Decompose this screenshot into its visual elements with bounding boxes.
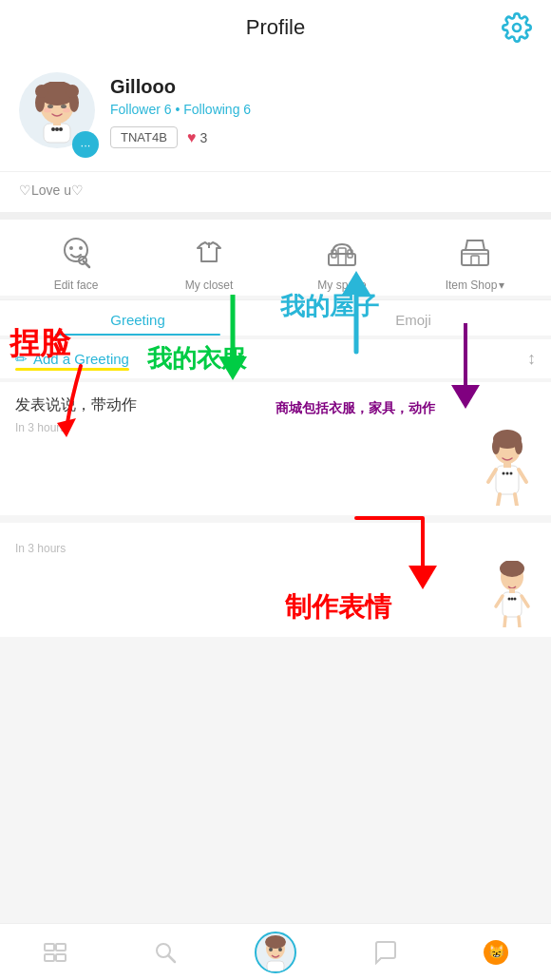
post-text-1: 发表说说，带动作 (15, 395, 536, 415)
profile-section: ··· Gillooo Follower 6 • Following 6 TNA… (0, 55, 551, 171)
following-label: Following (183, 102, 239, 117)
heart-icon: ♥ (187, 129, 197, 146)
svg-rect-64 (45, 954, 54, 961)
post-time-2: In 3 hours (15, 542, 536, 555)
item-shop-label: Item Shop (446, 279, 498, 292)
svg-rect-26 (462, 250, 488, 265)
edit-face-label: Edit face (54, 279, 99, 292)
username: Gillooo (110, 76, 532, 98)
svg-point-12 (51, 127, 55, 131)
svg-point-0 (513, 24, 521, 31)
dot-separator: • (175, 102, 183, 117)
space-icon (321, 231, 363, 273)
add-greeting-button[interactable]: ✏ Add a Greeting (15, 351, 129, 368)
svg-rect-48 (503, 592, 522, 617)
tab-emoji[interactable]: Emoji (276, 300, 551, 336)
svg-rect-62 (45, 944, 54, 951)
svg-point-18 (79, 246, 83, 250)
svg-point-71 (278, 948, 282, 951)
message-bubble[interactable]: ··· (72, 131, 99, 158)
svg-point-13 (55, 127, 59, 131)
tab-greeting[interactable]: Greeting (0, 300, 276, 336)
svg-rect-23 (338, 248, 346, 265)
settings-icon[interactable] (502, 12, 532, 43)
heart-number: 3 (200, 130, 207, 145)
svg-point-70 (269, 948, 273, 951)
follower-label: Follower (110, 102, 161, 117)
post-time-1: In 3 hours (15, 421, 536, 434)
face-icon (55, 231, 97, 273)
svg-line-54 (522, 596, 528, 606)
svg-point-8 (61, 105, 66, 108)
svg-point-69 (265, 935, 286, 949)
svg-point-5 (35, 85, 48, 98)
svg-rect-15 (53, 120, 61, 125)
actions-section: Edit face My closet (0, 212, 551, 296)
follower-count[interactable]: 6 (164, 102, 172, 117)
post-avatar-1 (479, 430, 536, 506)
svg-text:😸: 😸 (488, 944, 505, 960)
bottom-nav: 😸 (0, 923, 551, 980)
nav-profile-btn[interactable] (247, 932, 304, 973)
bio-section: ♡Love u♡ (0, 171, 551, 212)
svg-point-6 (66, 85, 79, 98)
edit-face-button[interactable]: Edit face (43, 231, 109, 292)
svg-point-10 (63, 108, 70, 113)
svg-point-38 (510, 472, 513, 475)
header: Profile (0, 0, 551, 55)
svg-line-67 (168, 955, 175, 962)
svg-rect-11 (44, 124, 70, 143)
nav-search[interactable] (137, 940, 194, 965)
svg-point-36 (503, 472, 505, 475)
shop-icon (454, 231, 496, 273)
profile-info: Gillooo Follower 6 • Following 6 TNAT4B … (110, 72, 532, 148)
svg-rect-27 (471, 256, 479, 265)
svg-line-55 (504, 617, 505, 627)
svg-point-9 (44, 108, 51, 113)
svg-point-17 (69, 246, 73, 250)
item-shop-button[interactable]: Item Shop ▾ (442, 231, 508, 292)
svg-point-7 (48, 105, 53, 108)
nav-chat[interactable] (357, 940, 414, 965)
badge-tag: TNAT4B (110, 126, 178, 148)
svg-line-53 (496, 596, 503, 606)
my-space-label: My space (317, 279, 366, 292)
nav-feed[interactable] (27, 940, 84, 965)
actions-row: Edit face My closet (0, 231, 551, 292)
svg-point-31 (492, 439, 500, 454)
my-space-button[interactable]: My space (309, 231, 375, 292)
nav-avatar (255, 932, 296, 973)
chevron-down-icon: ▾ (499, 279, 504, 292)
avatar-container: ··· (19, 72, 95, 158)
svg-line-41 (519, 470, 526, 482)
svg-point-50 (511, 598, 514, 601)
profile-badges: TNAT4B ♥ 3 (110, 126, 532, 148)
heart-count: ♥ 3 (187, 129, 207, 146)
closet-icon (188, 231, 230, 273)
svg-rect-63 (56, 944, 66, 951)
svg-point-32 (515, 439, 522, 454)
feed-header: ✏ Add a Greeting ↕ (0, 339, 551, 378)
page-title: Profile (246, 15, 305, 40)
post-avatar-2 (488, 561, 536, 627)
svg-rect-35 (496, 466, 519, 494)
post-card-2: In 3 hours (0, 523, 551, 637)
feed-section: ✏ Add a Greeting ↕ 发表说说，带动作 In 3 hours (0, 336, 551, 637)
my-closet-button[interactable]: My closet (176, 231, 242, 292)
svg-rect-65 (56, 954, 66, 961)
pencil-icon: ✏ (15, 351, 28, 368)
tabs-section: Greeting Emoji (0, 299, 551, 336)
item-shop-label-wrapper: Item Shop ▾ (446, 279, 505, 292)
profile-top: ··· Gillooo Follower 6 • Following 6 TNA… (19, 72, 532, 158)
svg-rect-52 (509, 588, 515, 593)
svg-rect-39 (504, 463, 511, 468)
sort-icon[interactable]: ↕ (527, 349, 536, 369)
svg-point-49 (508, 598, 511, 601)
svg-line-40 (488, 470, 496, 482)
nav-game[interactable]: 😸 (467, 937, 524, 968)
follow-stats: Follower 6 • Following 6 (110, 102, 532, 117)
svg-point-14 (59, 127, 63, 131)
svg-point-37 (506, 472, 509, 475)
following-count[interactable]: 6 (243, 102, 251, 117)
svg-line-56 (519, 617, 520, 627)
